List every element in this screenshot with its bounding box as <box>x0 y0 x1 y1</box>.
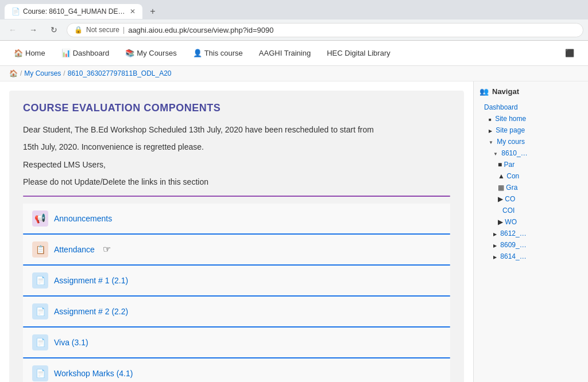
breadcrumb-my-courses[interactable]: My Courses <box>24 69 61 77</box>
viva-link[interactable]: Viva (3.1) <box>54 338 88 347</box>
sidebar-title: 👥 Navigat <box>479 87 582 96</box>
sidebar-item-site-pages[interactable]: ▶ Site page <box>479 124 582 136</box>
notice-line3: Respected LMS Users, <box>23 158 450 171</box>
back-button[interactable]: ← <box>5 22 21 38</box>
triangle-8612: ▶ <box>493 232 497 237</box>
sidebar-link-site-home[interactable]: Site home <box>495 115 526 123</box>
assignment2-link[interactable]: Assignment # 2 (2.2) <box>54 307 128 316</box>
sidebar-link-course-8610[interactable]: 8610_… <box>501 149 527 157</box>
viva-icon: 📄 <box>32 334 48 350</box>
list-item[interactable]: 📢 Announcements <box>23 204 450 233</box>
sidebar-link-course-8612[interactable]: 8612_… <box>500 229 526 237</box>
assignment1-icon: 📄 <box>32 272 48 289</box>
breadcrumb-home-icon: 🏠 <box>9 69 18 77</box>
sidebar-item-my-courses[interactable]: ▼ My cours <box>479 136 582 147</box>
cursor-indicator: ☞ <box>103 244 111 255</box>
nav-label-home: Home <box>25 49 45 57</box>
sidebar-item-course-8612[interactable]: ▶ 8612_… <box>479 228 582 239</box>
list-item[interactable]: 📋 Attendance ☞ <box>23 235 450 264</box>
sidebar-item-par[interactable]: ■ Par <box>479 159 582 170</box>
sidebar-item-course-8610[interactable]: ▼ 8610_… <box>479 147 582 159</box>
nav-label-this-course: This course <box>204 49 243 57</box>
sidebar-link-con[interactable]: Con <box>506 172 519 180</box>
nav-item-my-courses[interactable]: 📚 My Courses <box>118 43 183 63</box>
url-display: aaghi.aiou.edu.pk/course/view.php?id=909… <box>128 26 273 34</box>
home-icon: 🏠 <box>14 49 23 57</box>
address-bar-row: ← → ↻ 🔒 Not secure | aaghi.aiou.edu.pk/c… <box>0 20 588 40</box>
list-item[interactable]: 📄 Assignment # 1 (2.1) <box>23 266 450 295</box>
new-tab-button[interactable]: + <box>145 3 161 20</box>
sidebar-title-label: Navigat <box>492 87 519 96</box>
list-item[interactable]: 📄 Workshop Marks (4.1) <box>23 358 450 382</box>
nav-label-aaghi-training: AAGHI Training <box>259 49 311 57</box>
nav-item-hec-library[interactable]: HEC Digital Library <box>320 43 397 63</box>
sidebar-link-course-8609[interactable]: 8609_… <box>500 241 526 249</box>
bullet-icon: ■ <box>489 117 492 122</box>
triangle-con: ▲ <box>498 172 506 180</box>
dashboard-icon: 📊 <box>61 49 71 57</box>
address-bar[interactable]: 🔒 Not secure | aaghi.aiou.edu.pk/course/… <box>67 23 583 37</box>
sidebar-link-course-8614[interactable]: 8614_… <box>500 252 526 260</box>
moodle-navigation: 🏠 Home 📊 Dashboard 📚 My Courses 👤 This c… <box>0 41 588 66</box>
nav-right-icon[interactable]: ⬛ <box>558 43 581 63</box>
nav-item-aaghi-training[interactable]: AAGHI Training <box>252 43 318 63</box>
nav-item-this-course[interactable]: 👤 This course <box>186 43 250 63</box>
sidebar-item-wo[interactable]: ▶ WO <box>479 216 582 228</box>
sidebar-item-course-8614[interactable]: ▶ 8614_… <box>479 251 582 262</box>
sidebar-item-co2[interactable]: COI <box>479 205 582 216</box>
tab-bar: 📄 Course: 8610_G4_HUMAN DEVE… ✕ + <box>0 0 588 20</box>
sidebar-link-site-pages[interactable]: Site page <box>496 126 525 134</box>
triangle-co1: ▶ <box>498 195 505 203</box>
notice-line2: 15th July, 2020. Inconvenience is regret… <box>23 141 450 153</box>
notice-line4: Please do not Update/Delete the links in… <box>23 176 450 188</box>
announcements-link[interactable]: Announcements <box>54 214 112 223</box>
url-separator: | <box>123 26 125 34</box>
breadcrumb-sep2: / <box>63 69 65 77</box>
sidebar-link-my-courses[interactable]: My cours <box>497 138 525 146</box>
reload-button[interactable]: ↻ <box>46 22 62 38</box>
breadcrumb-course[interactable]: 8610_363027797811B_ODL_A20 <box>68 69 172 77</box>
grid-gra: ▦ <box>498 184 506 192</box>
security-icon: 🔒 <box>74 26 83 34</box>
bullet-par: ■ <box>498 161 504 169</box>
breadcrumb-sep1: / <box>20 69 22 77</box>
list-item[interactable]: 📄 Assignment # 2 (2.2) <box>23 297 450 326</box>
browser-chrome: 📄 Course: 8610_G4_HUMAN DEVE… ✕ + ← → ↻ … <box>0 0 588 41</box>
sidebar-item-site-home[interactable]: ■ Site home <box>479 113 582 124</box>
sidebar-item-con[interactable]: ▲ Con <box>479 170 582 182</box>
nav-item-home[interactable]: 🏠 Home <box>7 43 52 63</box>
sidebar-link-co1[interactable]: CO <box>505 195 515 203</box>
nav-label-hec-library: HEC Digital Library <box>327 49 390 57</box>
triangle-8609: ▶ <box>493 243 497 248</box>
attendance-link[interactable]: Attendance <box>54 245 95 254</box>
assignment2-icon: 📄 <box>32 303 48 319</box>
sidebar-link-co2[interactable]: COI <box>502 206 514 215</box>
assignment1-link[interactable]: Assignment # 1 (2.1) <box>54 276 128 285</box>
sidebar-nav-icon: 👥 <box>479 87 489 96</box>
section-title: COURSE EVALUATION COMPONENTS <box>23 102 450 114</box>
active-tab[interactable]: 📄 Course: 8610_G4_HUMAN DEVE… ✕ <box>5 4 142 19</box>
sidebar-item-course-8609[interactable]: ▶ 8609_… <box>479 239 582 251</box>
nav-item-dashboard[interactable]: 📊 Dashboard <box>55 43 117 63</box>
sidebar-link-par[interactable]: Par <box>504 161 515 169</box>
sidebar-item-gra[interactable]: ▦ Gra <box>479 182 582 193</box>
tab-title: Course: 8610_G4_HUMAN DEVE… <box>23 7 126 15</box>
breadcrumb: 🏠 / My Courses / 8610_363027797811B_ODL_… <box>0 66 588 81</box>
triangle-wo: ▶ <box>498 218 505 226</box>
announcements-icon: 📢 <box>32 211 48 227</box>
sidebar-link-dashboard[interactable]: Dashboard <box>484 103 518 111</box>
attendance-icon: 📋 <box>32 241 48 258</box>
main-layout: COURSE EVALUATION COMPONENTS Dear Studen… <box>0 81 588 382</box>
sidebar-link-wo[interactable]: WO <box>505 218 517 226</box>
tab-close-button[interactable]: ✕ <box>130 7 136 15</box>
sidebar-item-co1[interactable]: ▶ CO <box>479 193 582 205</box>
sidebar-item-dashboard[interactable]: Dashboard <box>479 102 582 113</box>
grid-icon: ⬛ <box>565 49 574 57</box>
sidebar-link-gra[interactable]: Gra <box>506 184 517 192</box>
content-area: COURSE EVALUATION COMPONENTS Dear Studen… <box>0 81 473 382</box>
list-item[interactable]: 📄 Viva (3.1) <box>23 328 450 357</box>
forward-button[interactable]: → <box>25 22 41 38</box>
triangle-down-icon-1: ▼ <box>489 140 493 145</box>
content-card: COURSE EVALUATION COMPONENTS Dear Studen… <box>9 91 464 382</box>
workshop-link[interactable]: Workshop Marks (4.1) <box>54 369 133 378</box>
